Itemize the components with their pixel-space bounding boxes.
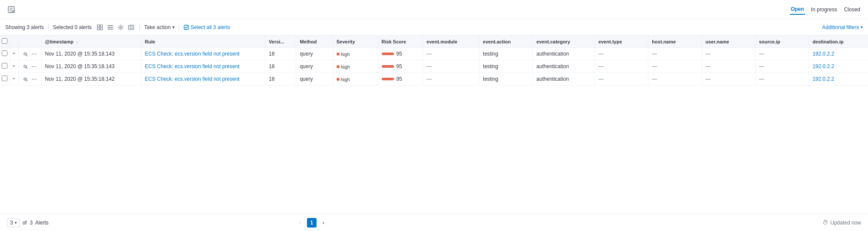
svg-point-22 (36, 66, 36, 67)
header-destination-ip[interactable]: destination.ip (809, 36, 868, 48)
grid-icon[interactable] (96, 23, 104, 31)
svg-point-14 (32, 53, 33, 54)
row-more-icon-0[interactable] (31, 50, 38, 57)
footer-pagination: ‹ 1 › (296, 218, 327, 228)
select-all-link[interactable]: Select all 3 alerts (184, 24, 230, 30)
chevron-down-icon-filters: ▾ (861, 25, 863, 30)
svg-point-21 (34, 66, 35, 67)
row-checkbox-cell (0, 60, 10, 73)
row-view-icon-2[interactable] (22, 76, 29, 82)
cell-source-ip-1: — (755, 60, 809, 73)
footer-left: 3 ▾ of 3 Alerts (7, 218, 49, 227)
svg-rect-3 (100, 25, 102, 27)
alerts-settings-icon[interactable] (7, 5, 16, 14)
cell-timestamp-1: Nov 11, 2020 @ 15:35:18.143 (41, 60, 141, 73)
table-body: Nov 11, 2020 @ 15:35:18.143ECS Check: ec… (0, 48, 868, 86)
cell-version-0: 18 (265, 48, 296, 60)
cell-severity-0: high (333, 48, 378, 60)
status-tabs: Open In progress Closed (790, 4, 861, 15)
cell-rule-1[interactable]: ECS Check: ecs.version field not present (141, 60, 265, 73)
svg-point-28 (36, 79, 36, 79)
header-host-name[interactable]: host.name (648, 36, 702, 48)
header-event-type[interactable]: event.type (595, 36, 648, 48)
cell-event-category-1: authentication (533, 60, 595, 73)
cell-method-0: query (296, 48, 333, 60)
select-all-checkbox[interactable] (2, 38, 7, 44)
row-more-icon-1[interactable] (31, 63, 38, 70)
row-checkbox-cell (0, 48, 10, 60)
table-header-row: @timestamp ↓ Rule Versi... Method Severi… (0, 36, 868, 48)
table-container: @timestamp ↓ Rule Versi... Method Severi… (0, 36, 868, 214)
cell-version-2: 18 (265, 73, 296, 86)
cell-destination-ip-1[interactable]: 192.0.2.2 (809, 60, 868, 73)
header-method[interactable]: Method (296, 36, 333, 48)
table-row: Nov 11, 2020 @ 15:35:18.143ECS Check: ec… (0, 60, 868, 73)
svg-line-13 (26, 55, 28, 56)
cell-event-type-1: — (595, 60, 648, 73)
take-action-button[interactable]: Take action ▾ (144, 24, 175, 30)
cell-version-1: 18 (265, 60, 296, 73)
cell-rule-2[interactable]: ECS Check: ecs.version field not present (141, 73, 265, 86)
chevron-down-icon: ▾ (172, 25, 175, 30)
cell-event-action-1: testing (479, 60, 533, 73)
cell-destination-ip-0[interactable]: 192.0.2.2 (809, 48, 868, 60)
columns-icon[interactable] (127, 23, 135, 31)
header-expand (10, 36, 18, 48)
cell-user-name-2: — (702, 73, 755, 86)
showing-count: Showing 3 alerts (5, 24, 44, 30)
row-checkbox-1[interactable] (2, 63, 7, 69)
toolbar-divider-3 (179, 24, 179, 31)
header-timestamp-label: @timestamp (45, 39, 74, 44)
cell-event-category-0: authentication (533, 48, 595, 60)
additional-filters-button[interactable]: Additional filters ▾ (822, 24, 863, 30)
selected-count: Selected 0 alerts (53, 24, 92, 30)
cell-user-name-0: — (702, 48, 755, 60)
row-expand-0[interactable] (10, 48, 18, 60)
footer-right: ⏱ Updated now (822, 219, 861, 226)
cell-rule-0[interactable]: ECS Check: ecs.version field not present (141, 48, 265, 60)
header-version[interactable]: Versi... (265, 36, 296, 48)
cell-host-name-1: — (648, 60, 702, 73)
cell-event-action-0: testing (479, 48, 533, 60)
select-all-icon (184, 25, 189, 30)
row-expand-2[interactable] (10, 73, 18, 86)
header-rule[interactable]: Rule (141, 36, 265, 48)
svg-point-24 (25, 79, 26, 79)
header-event-action[interactable]: event.action (479, 36, 533, 48)
next-page-button[interactable]: › (320, 218, 327, 227)
row-checkbox-0[interactable] (2, 50, 7, 56)
row-view-icon-1[interactable] (22, 63, 29, 70)
page-size-select[interactable]: 3 ▾ (7, 218, 20, 227)
tab-open[interactable]: Open (790, 4, 805, 15)
cell-method-1: query (296, 60, 333, 73)
cell-host-name-2: — (648, 73, 702, 86)
sort-desc-icon: ↓ (76, 40, 78, 44)
alerts-table: @timestamp ↓ Rule Versi... Method Severi… (0, 36, 868, 86)
header-source-ip[interactable]: source.ip (755, 36, 809, 48)
row-expand-1[interactable] (10, 60, 18, 73)
cell-method-2: query (296, 73, 333, 86)
row-checkbox-2[interactable] (2, 76, 7, 81)
row-more-icon-2[interactable] (31, 76, 38, 82)
row-actions-0 (18, 48, 41, 60)
tab-closed[interactable]: Closed (843, 5, 861, 14)
header-severity[interactable]: Severity (333, 36, 378, 48)
header-timestamp[interactable]: @timestamp ↓ (41, 36, 141, 48)
cell-event-type-2: — (595, 73, 648, 86)
header-risk-score[interactable]: Risk Score (378, 36, 423, 48)
settings-icon[interactable] (117, 23, 125, 31)
tab-in-progress[interactable]: In progress (810, 5, 838, 14)
list-icon[interactable] (106, 23, 114, 31)
cell-event-module-2: — (423, 73, 479, 86)
cell-source-ip-0: — (755, 48, 809, 60)
prev-page-button[interactable]: ‹ (296, 218, 303, 227)
toolbar-right: Additional filters ▾ (822, 24, 863, 30)
header-user-name[interactable]: user.name (702, 36, 755, 48)
svg-point-18 (25, 66, 26, 67)
toolbar-left: Showing 3 alerts Selected 0 alerts (5, 23, 230, 31)
header-event-category[interactable]: event.category (533, 36, 595, 48)
header-event-module[interactable]: event.module (423, 36, 479, 48)
svg-point-12 (25, 53, 26, 54)
row-view-icon-0[interactable] (22, 50, 29, 57)
cell-destination-ip-2[interactable]: 192.0.2.2 (809, 73, 868, 86)
